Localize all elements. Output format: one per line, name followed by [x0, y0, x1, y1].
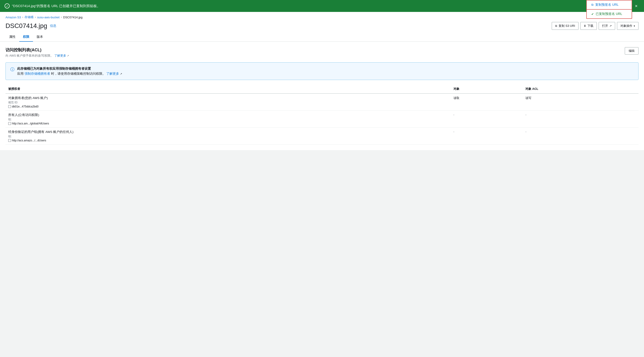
copy-icon-small-row1: [8, 122, 11, 125]
acl-perm-row2: -: [522, 128, 638, 145]
tabs-bar: 属性 权限 版本: [0, 33, 644, 42]
breadcrumb-file-name: DSC07414.jpg: [63, 16, 83, 19]
acl-section-header: 访问控制列表(ACL) 向 AWS 账户授予基本的读/写权限。 了解更多 ↗ 编…: [6, 47, 638, 58]
info-link[interactable]: 信息: [50, 24, 56, 28]
info-box-line1: 此存储桶已为对象所有权应用强制存储桶拥有者设置: [17, 67, 91, 70]
object-perm-row1: -: [451, 111, 523, 128]
copy-icon-small-row0: [8, 105, 11, 108]
object-perm-row0: 读取: [451, 94, 523, 111]
breadcrumb: Amazon S3 › 存储桶 › susu-aws-bucket › DSC0…: [0, 12, 644, 21]
breadcrumb-sep-2: ›: [35, 16, 36, 19]
table-header-row: 被授权者 对象 对象 ACL: [6, 85, 638, 94]
banner-message: "DSC07414.jpg"的预签名 URL 已创建并已复制到剪贴板。: [12, 4, 100, 8]
grantee-public-label: 所有人(公有访问权限): [8, 113, 448, 117]
grantee-auth-label: 经身份验证的用户组(拥有 AWS 账户的任何人): [8, 130, 448, 134]
object-actions-button[interactable]: 对象操作 ▾: [617, 22, 638, 30]
breadcrumb-bucket-name[interactable]: susu-aws-bucket: [37, 16, 60, 19]
download-button[interactable]: ⬇ 下载: [580, 22, 597, 30]
grantee-auth-sublabel: 组:: [8, 135, 448, 138]
chevron-down-icon: ▾: [634, 25, 635, 28]
success-icon: ✓: [4, 4, 10, 9]
page-title: DSC07414.jpg: [6, 22, 47, 30]
grantee-owner-sublabel: 规范 ID:: [8, 101, 448, 105]
tab-attributes[interactable]: 属性: [6, 33, 19, 42]
grantee-auth-cell: 经身份验证的用户组(拥有 AWS 账户的任何人) 组: http://acs.a…: [6, 128, 451, 145]
content-area: 访问控制列表(ACL) 向 AWS 账户授予基本的读/写权限。 了解更多 ↗ 编…: [0, 42, 644, 150]
copy-icon: ⧉: [591, 3, 594, 7]
success-banner: ✓ "DSC07414.jpg"的预签名 URL 已创建并已复制到剪贴板。 ×: [0, 0, 644, 12]
acl-title-block: 访问控制列表(ACL) 向 AWS 账户授予基本的读/写权限。 了解更多 ↗: [6, 47, 69, 58]
info-box: ⓘ 此存储桶已为对象所有权应用强制存储桶拥有者设置 应用 强制存储桶拥有者 时，…: [6, 62, 638, 80]
breadcrumb-amazon-s3[interactable]: Amazon S3: [6, 16, 21, 19]
table-row: 经身份验证的用户组(拥有 AWS 账户的任何人) 组: http://acs.a…: [6, 128, 638, 145]
presigned-url-dropdown: ⧉ 复制预签名 URL ✔ 已复制预签名 URL: [586, 0, 632, 19]
canonical-id-row1: http://acs.am.../global/AllUsers: [8, 122, 448, 125]
copy-icon-small-row2: [8, 139, 11, 142]
canonical-id-row0: db01e...475ddca2bd0: [8, 105, 448, 108]
copy-s3-uri-button[interactable]: ⧉ 复制 S3 URI: [552, 22, 578, 30]
open-external-icon: ↗: [610, 24, 612, 28]
grantee-owner-cell: 对象拥有者(您的 AWS 账户) 规范 ID: db01e...475ddca2…: [6, 94, 451, 111]
acl-edit-button[interactable]: 编辑: [625, 47, 638, 55]
col-acl: 对象 ACL: [522, 85, 638, 94]
info-box-learn-more-link[interactable]: 了解更多: [106, 72, 119, 75]
copy-s3-uri-icon: ⧉: [555, 24, 557, 28]
col-grantee: 被授权者: [6, 85, 451, 94]
check-circle-icon: ✔: [591, 12, 594, 16]
header-actions: ⧉ 复制 S3 URI ⬇ 下载 打开 ↗ 对象操作 ▾: [552, 22, 638, 30]
acl-learn-more-link[interactable]: 了解更多: [54, 54, 66, 57]
breadcrumb-sep-1: ›: [22, 16, 23, 19]
grantee-public-cell: 所有人(公有访问权限) 组: http://acs.am.../global/A…: [6, 111, 451, 128]
grantee-public-sublabel: 组:: [8, 118, 448, 121]
acl-perm-row1: -: [522, 111, 638, 128]
object-perm-row2: -: [451, 128, 523, 145]
success-banner-left: ✓ "DSC07414.jpg"的预签名 URL 已创建并已复制到剪贴板。: [4, 4, 100, 9]
col-object: 对象: [451, 85, 523, 94]
canonical-id-row2: http://acs.amazo.../...dUsers: [8, 139, 448, 142]
copied-indicator: ✔ 已复制预签名 URL: [586, 10, 632, 19]
acl-section-subtitle: 向 AWS 账户授予基本的读/写权限。 了解更多 ↗: [6, 54, 69, 58]
breadcrumb-buckets[interactable]: 存储桶: [24, 15, 34, 19]
acl-section-title: 访问控制列表(ACL): [6, 47, 69, 53]
tab-versions[interactable]: 版本: [33, 33, 47, 42]
banner-close-button[interactable]: ×: [633, 3, 640, 10]
copy-presigned-url-button[interactable]: ⧉ 复制预签名 URL: [586, 0, 632, 10]
tab-permissions[interactable]: 权限: [19, 33, 33, 42]
grantee-owner-label: 对象拥有者(您的 AWS 账户): [8, 96, 448, 100]
external-link-icon: ↗: [67, 54, 69, 57]
banner-container: ✓ "DSC07414.jpg"的预签名 URL 已创建并已复制到剪贴板。 × …: [0, 0, 644, 12]
page-title-area: DSC07414.jpg 信息: [6, 22, 56, 30]
table-row: 对象拥有者(您的 AWS 账户) 规范 ID: db01e...475ddca2…: [6, 94, 638, 111]
table-row: 所有人(公有访问权限) 组: http://acs.am.../global/A…: [6, 111, 638, 128]
main-content: Amazon S3 › 存储桶 › susu-aws-bucket › DSC0…: [0, 12, 644, 150]
download-icon: ⬇: [584, 24, 586, 28]
info-circle-icon: ⓘ: [10, 67, 14, 72]
page-header: DSC07414.jpg 信息 ⧉ 复制 S3 URI ⬇ 下载 打开 ↗ 对象…: [0, 21, 644, 33]
enforced-owner-link[interactable]: 强制存储桶拥有者: [24, 72, 50, 75]
breadcrumb-sep-3: ›: [61, 16, 62, 19]
info-box-external-icon: ↗: [120, 72, 122, 75]
acl-perm-row0: 读写: [522, 94, 638, 111]
info-box-content: 此存储桶已为对象所有权应用强制存储桶拥有者设置 应用 强制存储桶拥有者 时，请使…: [17, 66, 122, 76]
acl-table: 被授权者 对象 对象 ACL 对象拥有者(您的 AWS 账户) 规范 ID: d…: [6, 85, 638, 145]
open-button[interactable]: 打开 ↗: [599, 22, 615, 30]
